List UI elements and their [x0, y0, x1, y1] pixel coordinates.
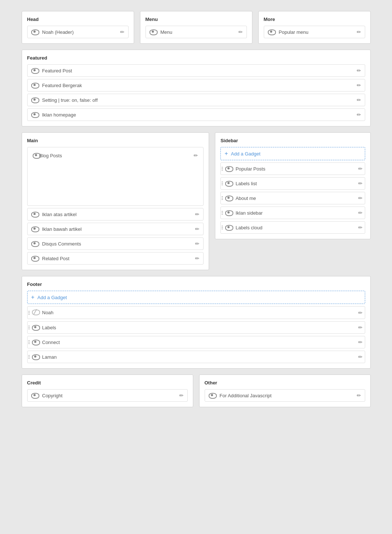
main-label-1: Iklan bawah artikel	[42, 226, 195, 232]
section-main: Main Blog Posts ✏ Iklan atas artikel ✏ I…	[22, 132, 209, 270]
other-item-0: For Additional Javascript ✏	[205, 389, 365, 402]
page-wrapper: Head Noah (Header) ✏ Menu Menu ✏ More	[22, 11, 371, 407]
footer-item-1: Labels ✏	[27, 321, 365, 334]
sidebar-label-3: Iklan sidebar	[235, 210, 358, 216]
drag-handle[interactable]	[222, 226, 224, 229]
eye-icon	[225, 181, 232, 186]
footer-edit-1[interactable]: ✏	[358, 325, 363, 330]
sidebar-edit-1[interactable]: ✏	[358, 180, 363, 186]
featured-edit-0[interactable]: ✏	[357, 68, 361, 74]
eye-icon	[31, 226, 39, 232]
section-menu: Menu Menu ✏	[140, 11, 252, 44]
sidebar-label-0: Popular Posts	[235, 166, 358, 172]
main-edit-0[interactable]: ✏	[195, 211, 199, 217]
footer-title: Footer	[27, 282, 365, 287]
featured-label-3: Iklan homepage	[42, 112, 357, 118]
featured-edit-1[interactable]: ✏	[357, 82, 361, 88]
footer-item-0: Noah ✏	[27, 306, 365, 319]
other-title: Other	[205, 380, 365, 386]
eye-icon	[31, 83, 39, 88]
credit-label-0: Copyright	[42, 393, 179, 398]
featured-edit-3[interactable]: ✏	[357, 112, 361, 118]
eye-icon	[268, 29, 275, 35]
eye-icon	[225, 210, 232, 216]
footer-edit-0[interactable]: ✏	[358, 310, 363, 316]
main-item-0: Iklan atas artikel ✏	[27, 208, 204, 221]
more-item-row: Popular menu ✏	[264, 26, 365, 38]
eye-icon	[209, 393, 216, 398]
main-item-2: Disqus Comments ✏	[27, 237, 204, 250]
footer-add-gadget-label: Add a Gadget	[37, 295, 67, 300]
footer-label-0: Noah	[42, 310, 358, 315]
drag-handle[interactable]	[28, 326, 30, 329]
featured-label-2: Setting | true: on, false: off	[42, 97, 357, 103]
footer-add-gadget-button[interactable]: + Add a Gadget	[27, 291, 365, 304]
sidebar-item-2: About me ✏	[220, 192, 365, 204]
section-footer: Footer + Add a Gadget Noah ✏ Labels ✏ Co…	[22, 276, 371, 369]
featured-title: Featured	[27, 55, 365, 61]
featured-label-0: Featured Post	[42, 68, 357, 74]
section-credit: Credit Copyright ✏	[22, 374, 193, 407]
featured-item-1: Featured Bergerak ✏	[27, 79, 365, 92]
other-label-0: For Additional Javascript	[220, 393, 357, 398]
eye-icon	[31, 97, 39, 103]
main-edit-2[interactable]: ✏	[195, 241, 199, 247]
plus-icon: +	[31, 294, 35, 301]
drag-handle[interactable]	[222, 211, 224, 215]
menu-edit-button[interactable]: ✏	[238, 29, 243, 35]
eye-icon	[31, 256, 39, 261]
eye-icon	[32, 325, 39, 330]
featured-label-1: Featured Bergerak	[42, 83, 357, 88]
sidebar-label-4: Labels cloud	[235, 225, 358, 230]
sidebar-label-1: Labels list	[235, 181, 358, 186]
menu-item-row: Menu ✏	[145, 26, 247, 38]
featured-edit-2[interactable]: ✏	[357, 97, 361, 103]
drag-handle[interactable]	[222, 167, 224, 171]
main-title: Main	[27, 138, 204, 143]
drag-handle[interactable]	[28, 355, 30, 359]
main-label-3: Related Post	[42, 256, 195, 261]
drag-handle[interactable]	[28, 311, 30, 315]
drag-handle[interactable]	[28, 340, 30, 344]
eye-icon	[225, 225, 232, 230]
featured-item-0: Featured Post ✏	[27, 64, 365, 77]
drag-handle[interactable]	[222, 182, 224, 185]
main-item-1: Iklan bawah artikel ✏	[27, 223, 204, 235]
more-title: More	[264, 17, 365, 22]
head-edit-button[interactable]: ✏	[120, 29, 125, 35]
eye-icon	[32, 340, 39, 345]
footer-label-1: Labels	[42, 325, 358, 330]
eye-hidden-icon	[32, 309, 39, 316]
eye-icon	[31, 29, 39, 35]
sidebar-add-gadget-label: Add a Gadget	[231, 151, 260, 157]
eye-icon	[31, 68, 39, 73]
featured-item-3: Iklan homepage ✏	[27, 108, 365, 121]
main-label-0: Iklan atas artikel	[42, 212, 195, 217]
section-more: More Popular menu ✏	[258, 11, 371, 44]
eye-icon	[150, 29, 157, 35]
drag-handle[interactable]	[222, 196, 224, 200]
sidebar-edit-3[interactable]: ✏	[358, 210, 363, 216]
sidebar-item-1: Labels list ✏	[220, 177, 365, 190]
blog-posts-row: Blog Posts ✏	[31, 151, 200, 160]
bottom-row: Credit Copyright ✏ Other For Additional …	[22, 374, 371, 407]
eye-icon	[31, 393, 39, 398]
eye-icon	[32, 354, 39, 360]
footer-edit-2[interactable]: ✏	[358, 339, 363, 345]
sidebar-title: Sidebar	[220, 138, 365, 143]
blog-posts-edit[interactable]: ✏	[194, 153, 198, 158]
other-edit-0[interactable]: ✏	[357, 393, 361, 398]
credit-edit-0[interactable]: ✏	[179, 393, 184, 398]
sidebar-item-0: Popular Posts ✏	[220, 162, 365, 175]
sidebar-edit-2[interactable]: ✏	[358, 195, 363, 201]
footer-label-2: Connect	[42, 340, 358, 345]
more-edit-button[interactable]: ✏	[357, 29, 361, 35]
head-item-row: Noah (Header) ✏	[27, 26, 129, 38]
main-edit-1[interactable]: ✏	[195, 226, 199, 232]
sidebar-add-gadget-button[interactable]: + Add a Gadget	[220, 147, 365, 160]
top-row: Head Noah (Header) ✏ Menu Menu ✏ More	[22, 11, 371, 44]
main-edit-3[interactable]: ✏	[195, 255, 199, 261]
footer-edit-3[interactable]: ✏	[358, 354, 363, 360]
sidebar-edit-0[interactable]: ✏	[358, 166, 363, 172]
sidebar-edit-4[interactable]: ✏	[358, 225, 363, 230]
